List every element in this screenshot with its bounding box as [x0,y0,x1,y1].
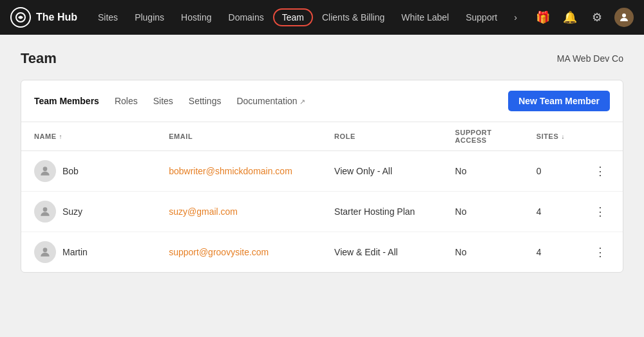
nav-links: Sites Plugins Hosting Domains Team Clien… [90,8,533,26]
table-header-row: NAME ↑ EMAIL ROLE SUPPORT ACCESS SITES ↓ [21,122,623,151]
nav-team[interactable]: Team [273,8,313,26]
email-link-bob[interactable]: bobwriter@shmickdomain.com [169,166,292,176]
col-header-sites[interactable]: SITES ↓ [524,122,578,151]
col-header-name[interactable]: NAME ↑ [21,122,156,151]
cell-role-suzy: Starter Hosting Plan [321,192,442,232]
team-table: NAME ↑ EMAIL ROLE SUPPORT ACCESS SITES ↓ [21,122,623,272]
cell-name-bob: Bob [21,151,156,192]
col-header-email[interactable]: EMAIL [156,122,321,151]
nav-support[interactable]: Support [458,8,505,26]
cell-support-suzy: No [442,192,524,232]
email-link-martin[interactable]: support@groovysite.com [169,247,269,257]
nav-icon-group: 🎁 🔔 ⚙ [533,8,634,27]
cell-email-bob: bobwriter@shmickdomain.com [156,151,321,192]
external-link-icon: ↗ [299,98,305,105]
notifications-icon[interactable]: 🔔 [560,8,580,27]
avatar-bob [34,160,56,182]
table-row: Martin support@groovysite.com View & Edi… [21,232,623,273]
nav-domains[interactable]: Domains [221,8,272,26]
cell-name-martin: Martin [21,232,156,273]
col-header-actions [578,122,623,151]
tab-documentation[interactable]: Documentation↗ [229,93,312,109]
cell-support-martin: No [442,232,524,273]
org-name: MA Web Dev Co [557,53,623,64]
page-title: Team [21,50,57,67]
nav-clients-billing[interactable]: Clients & Billing [314,8,392,26]
cell-name-suzy: Suzy [21,192,156,232]
sites-sort-arrow: ↓ [561,133,565,140]
brand-name: The Hub [36,12,77,23]
logo-icon [10,7,31,28]
cell-email-suzy: suzy@gmail.com [156,192,321,232]
name-sort-arrow: ↑ [59,133,63,140]
row-actions-button-martin[interactable]: ⋮ [591,245,610,259]
tab-roles[interactable]: Roles [107,93,146,109]
row-actions-button-bob[interactable]: ⋮ [591,164,610,178]
email-link-suzy[interactable]: suzy@gmail.com [169,206,238,217]
name-suzy: Suzy [62,206,82,217]
tab-sites[interactable]: Sites [146,93,181,109]
svg-point-3 [43,207,48,212]
svg-point-4 [43,248,48,252]
cell-role-bob: View Only - All [321,151,442,192]
avatar-martin [34,241,56,263]
settings-icon[interactable]: ⚙ [587,8,607,27]
nav-hosting[interactable]: Hosting [173,8,219,26]
nav-sites[interactable]: Sites [90,8,126,26]
cell-role-martin: View & Edit - All [321,232,442,273]
cell-sites-bob: 0 [524,151,578,192]
gift-icon[interactable]: 🎁 [533,8,553,27]
nav-more[interactable]: › [506,8,525,26]
name-martin: Martin [62,247,88,257]
page-content: Team MA Web Dev Co Team Members Roles Si… [0,35,644,288]
avatar-suzy [34,201,56,223]
logo-area[interactable]: The Hub [10,7,77,28]
new-team-member-button[interactable]: New Team Member [508,91,610,111]
name-bob: Bob [62,166,79,176]
nav-white-label[interactable]: White Label [393,8,457,26]
table-row: Bob bobwriter@shmickdomain.com View Only… [21,151,623,192]
tab-settings[interactable]: Settings [181,93,229,109]
svg-point-2 [43,167,48,171]
cell-support-bob: No [442,151,524,192]
table-row: Suzy suzy@gmail.com Starter Hosting Plan… [21,192,623,232]
top-navigation: The Hub Sites Plugins Hosting Domains Te… [0,0,644,35]
cell-sites-suzy: 4 [524,192,578,232]
row-actions-button-suzy[interactable]: ⋮ [591,205,610,219]
cell-actions-martin: ⋮ [578,232,623,273]
cell-email-martin: support@groovysite.com [156,232,321,273]
page-header: Team MA Web Dev Co [21,50,623,67]
nav-plugins[interactable]: Plugins [127,8,172,26]
cell-actions-bob: ⋮ [578,151,623,192]
col-header-support-access[interactable]: SUPPORT ACCESS [442,122,524,151]
user-avatar[interactable] [614,8,634,27]
svg-point-1 [622,14,626,17]
col-header-role[interactable]: ROLE [321,122,442,151]
tabs-bar: Team Members Roles Sites Settings Docume… [21,80,623,122]
cell-actions-suzy: ⋮ [578,192,623,232]
tab-team-members[interactable]: Team Members [34,93,107,109]
main-card: Team Members Roles Sites Settings Docume… [21,80,623,273]
cell-sites-martin: 4 [524,232,578,273]
